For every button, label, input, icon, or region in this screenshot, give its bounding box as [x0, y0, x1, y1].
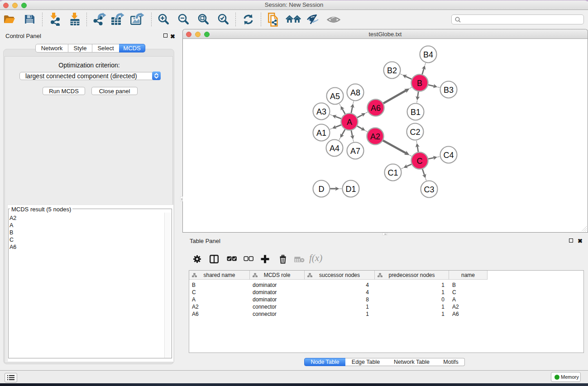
svg-text:A3: A3: [316, 107, 326, 116]
svg-text:C: C: [417, 157, 423, 166]
svg-text:A1: A1: [316, 129, 326, 138]
svg-text:C3: C3: [424, 185, 434, 194]
svg-text:C2: C2: [410, 128, 420, 137]
svg-text:A: A: [347, 118, 352, 127]
svg-text:B4: B4: [423, 50, 433, 59]
svg-text:B: B: [417, 79, 422, 88]
svg-text:C1: C1: [387, 168, 398, 177]
svg-text:A5: A5: [330, 92, 340, 101]
svg-text:A2: A2: [370, 132, 380, 141]
svg-text:B1: B1: [411, 108, 421, 117]
svg-text:B3: B3: [444, 86, 454, 95]
svg-text:A8: A8: [350, 88, 360, 97]
svg-text:D: D: [319, 185, 325, 194]
svg-text:D1: D1: [345, 185, 356, 194]
svg-text:C4: C4: [443, 151, 454, 160]
svg-text:B2: B2: [387, 66, 397, 75]
svg-text:A7: A7: [350, 147, 360, 156]
svg-text:A6: A6: [371, 104, 381, 113]
svg-text:A4: A4: [330, 144, 339, 153]
